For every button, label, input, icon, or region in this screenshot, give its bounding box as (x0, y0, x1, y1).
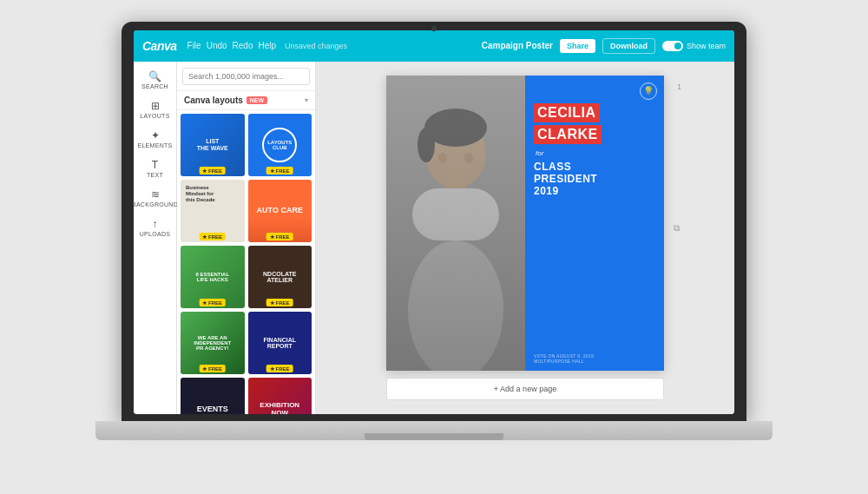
sidebar-item-elements[interactable]: ✦ ELEMENTS (134, 126, 176, 152)
template-business-text: BusinessMindset forthis Decade (186, 185, 240, 204)
template-circle-text: LAYOUTSCLUB (267, 140, 292, 150)
poster-name-block: CECILIA CLARKE for CLASS PRESIDENT 2019 (534, 103, 655, 198)
main-area: 🔍 SEARCH ⊞ LAYOUTS ✦ ELEMENTS T (134, 62, 734, 414)
template-agency-text: WE ARE ANINDEPENDENTPR AGENCY! (194, 335, 231, 351)
canvas-area: 1 ⧉ (316, 62, 734, 414)
template-life-text: 8 EssentialLife Hacks (195, 272, 229, 282)
poster-photo (386, 76, 525, 371)
free-badge-3: ★ FREE (266, 233, 293, 240)
free-badge-0: ★ FREE (199, 167, 226, 175)
template-card-exhibition[interactable]: EXHIBITIONNOW ★ FREE (248, 378, 312, 414)
canvas-page: 1 ⧉ (386, 76, 664, 371)
panel-header: Canva layouts NEW ▾ (177, 91, 315, 110)
templates-grid: LISTTHE WAVE ★ FREE LAYOUTSCLUB ★ FREE (177, 110, 315, 414)
show-team-label: Show team (687, 42, 726, 50)
unsaved-status: Unsaved changes (285, 42, 347, 50)
camera (431, 26, 437, 31)
canva-app: Canva File Undo Redo Help Unsaved change… (134, 30, 734, 414)
new-badge: NEW (247, 96, 267, 104)
sidebar-item-search[interactable]: 🔍 SEARCH (134, 67, 176, 93)
doc-title: Campaign Poster (482, 41, 553, 50)
sidebar-uploads-label: UPLOADS (140, 231, 171, 237)
background-icon: ≋ (151, 188, 160, 201)
template-card-lifehacks[interactable]: 8 EssentialLife Hacks ★ FREE (181, 246, 245, 308)
template-card-circle[interactable]: LAYOUTSCLUB ★ FREE (248, 114, 312, 176)
team-toggle-switch[interactable] (662, 41, 683, 51)
sidebar-elements-label: ELEMENTS (137, 142, 172, 148)
template-card-financial[interactable]: FINANCIALREPORT ★ FREE (248, 312, 312, 374)
nav-undo[interactable]: Undo (207, 41, 227, 50)
add-page-button[interactable]: + Add a new page (386, 378, 664, 400)
poster-position: CLASS PRESIDENT 2019 (534, 161, 655, 198)
free-badge-5: ★ FREE (266, 299, 293, 306)
poster-pos-line3: 2019 (534, 185, 559, 197)
canva-logo: Canva (142, 39, 177, 53)
nav-menu: File Undo Redo Help Unsaved changes (187, 41, 348, 50)
template-card-events[interactable]: EVENTS ★ FREE (181, 378, 245, 414)
search-bar (177, 62, 315, 91)
poster-name-line1: CECILIA (534, 103, 600, 122)
poster-pos-line2: PRESIDENT (534, 173, 597, 185)
screen: Canva File Undo Redo Help Unsaved change… (134, 30, 734, 414)
person-image (386, 76, 525, 371)
layouts-icon: ⊞ (151, 100, 160, 112)
panel-title: Canva layouts (184, 96, 243, 105)
template-financial-text: FINANCIALREPORT (263, 337, 296, 349)
laptop-container: Canva File Undo Redo Help Unsaved change… (95, 22, 773, 473)
template-card-autocare[interactable]: AuTo CARE ★ FREE (248, 180, 312, 242)
template-card-chocolate[interactable]: NDCOLATEATELIER ★ FREE (248, 246, 312, 308)
screen-bezel: Canva File Undo Redo Help Unsaved change… (122, 22, 746, 421)
template-exhibition-text: EXHIBITIONNOW (260, 401, 299, 414)
sidebar-text-label: TEXT (147, 172, 163, 178)
nav-redo[interactable]: Redo (233, 41, 253, 50)
sidebar-layouts-label: LAYOUTS (140, 113, 169, 119)
template-list-text: LISTTHE WAVE (197, 138, 228, 151)
poster-name-line2: CLARKE (534, 125, 602, 144)
poster-for: for (534, 149, 655, 157)
template-auto-text: AuTo CARE (257, 207, 303, 215)
copy-icon[interactable]: ⧉ (674, 223, 680, 234)
sidebar-search-label: SEARCH (141, 83, 168, 89)
page-number: 1 (677, 82, 681, 91)
laptop-base (95, 421, 773, 440)
sidebar-item-text[interactable]: T TEXT (134, 155, 176, 181)
photo-overlay (386, 76, 525, 371)
nav-help[interactable]: Help (258, 41, 276, 50)
dropdown-arrow-icon[interactable]: ▾ (305, 96, 308, 104)
search-input[interactable] (182, 68, 310, 85)
free-badge-4: ★ FREE (199, 299, 226, 306)
poster-date-info: VOTE ON AUGUST 9, 2019 MULTIPURPOSE HALL (534, 353, 655, 364)
show-team-toggle[interactable]: Show team (662, 41, 726, 51)
left-panel: Canva layouts NEW ▾ LISTTHE WAVE ★ FREE (177, 62, 316, 414)
template-choc-text: NDCOLATEATELIER (263, 271, 296, 283)
sidebar-icons: 🔍 SEARCH ⊞ LAYOUTS ✦ ELEMENTS T (134, 62, 177, 414)
free-badge-1: ★ FREE (266, 167, 293, 175)
free-badge-2: ★ FREE (199, 233, 226, 240)
bulb-icon: 💡 (640, 82, 657, 100)
share-button[interactable]: Share (560, 39, 595, 53)
free-badge-7: ★ FREE (266, 365, 293, 372)
template-events-text: EVENTS (197, 405, 228, 413)
text-icon: T (152, 159, 158, 171)
nav-file[interactable]: File (187, 41, 201, 50)
template-card-list[interactable]: LISTTHE WAVE ★ FREE (181, 114, 245, 176)
elements-icon: ✦ (151, 129, 160, 142)
template-card-agency[interactable]: WE ARE ANINDEPENDENTPR AGENCY! ★ FREE (181, 312, 245, 374)
poster-info: 💡 CECILIA CLARKE for CLASS PRESIDE (525, 76, 664, 371)
sidebar-item-layouts[interactable]: ⊞ LAYOUTS (134, 96, 176, 122)
free-badge-6: ★ FREE (199, 365, 226, 372)
sidebar-item-uploads[interactable]: ↑ UPLOADS (134, 214, 176, 240)
top-nav: Canva File Undo Redo Help Unsaved change… (134, 30, 734, 62)
poster-pos-line1: CLASS (534, 161, 571, 173)
uploads-icon: ↑ (153, 218, 158, 230)
sidebar-item-background[interactable]: ≋ BACKGROUND (134, 185, 176, 211)
sidebar-background-label: BACKGROUND (134, 201, 178, 207)
poster-venue: MULTIPURPOSE HALL (534, 359, 655, 364)
poster[interactable]: 💡 CECILIA CLARKE for CLASS PRESIDE (386, 76, 664, 371)
download-button[interactable]: Download (602, 38, 655, 54)
template-card-business[interactable]: BusinessMindset forthis Decade ★ FREE (181, 180, 245, 242)
search-icon: 🔍 (148, 70, 161, 82)
